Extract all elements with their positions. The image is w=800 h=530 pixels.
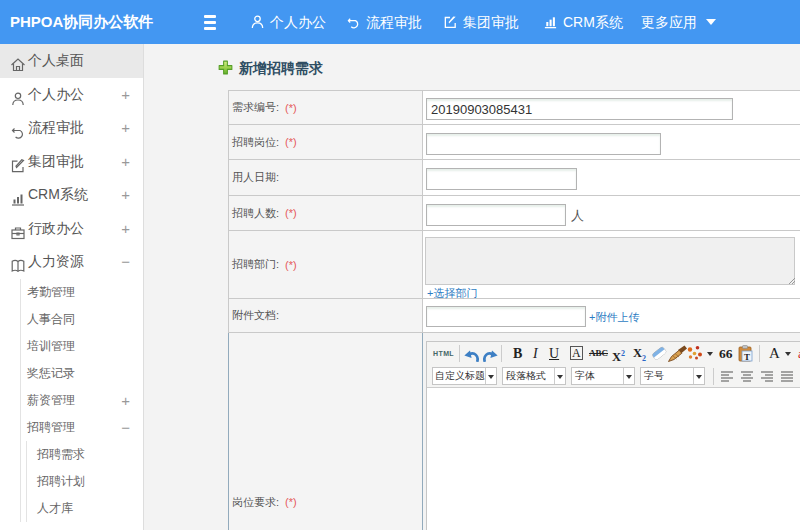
svg-text:T: T [744, 352, 750, 362]
